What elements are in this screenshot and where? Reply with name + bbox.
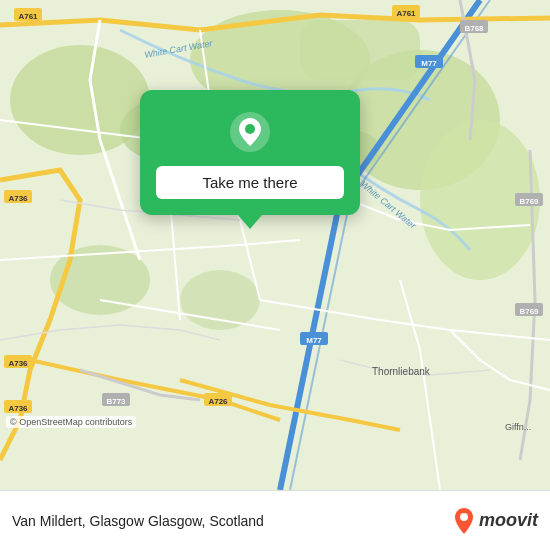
svg-text:M77: M77 <box>421 59 437 68</box>
map-attribution: © OpenStreetMap contributors <box>6 416 136 428</box>
svg-text:B769: B769 <box>519 307 539 316</box>
svg-text:A736: A736 <box>8 404 28 413</box>
svg-text:Thornliebank: Thornliebank <box>372 366 431 377</box>
svg-text:Giffn...: Giffn... <box>505 422 531 432</box>
svg-text:A761: A761 <box>18 12 38 21</box>
svg-text:B769: B769 <box>519 197 539 206</box>
svg-rect-4 <box>300 20 420 80</box>
svg-point-39 <box>460 513 468 521</box>
location-text: Van Mildert, Glasgow Glasgow, Scotland <box>12 513 264 529</box>
svg-text:M77: M77 <box>306 336 322 345</box>
location-pin-icon <box>228 110 272 154</box>
bottom-bar: Van Mildert, Glasgow Glasgow, Scotland m… <box>0 490 550 550</box>
map-container: White Cart Water White Cart Water A761 A… <box>0 0 550 490</box>
take-me-there-button[interactable]: Take me there <box>156 166 344 199</box>
svg-text:A736: A736 <box>8 194 28 203</box>
svg-point-38 <box>245 124 255 134</box>
popup-card: Take me there <box>140 90 360 215</box>
moovit-logo: moovit <box>453 507 538 535</box>
svg-text:A726: A726 <box>208 397 228 406</box>
svg-text:A761: A761 <box>396 9 416 18</box>
svg-text:A736: A736 <box>8 359 28 368</box>
moovit-pin-icon <box>453 507 475 535</box>
moovit-brand-text: moovit <box>479 510 538 531</box>
svg-text:B773: B773 <box>106 397 126 406</box>
svg-text:B768: B768 <box>464 24 484 33</box>
